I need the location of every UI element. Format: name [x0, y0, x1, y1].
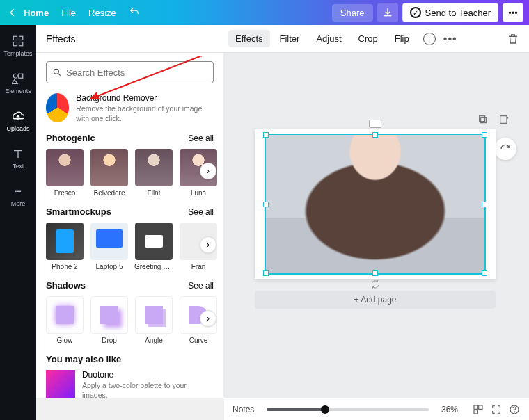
rail-uploads-label: Uploads [6, 125, 29, 132]
more-options-button[interactable]: ••• [444, 33, 457, 45]
search-input[interactable] [66, 67, 207, 78]
svg-rect-2 [13, 42, 17, 46]
fullscreen-icon[interactable] [490, 403, 503, 416]
zoom-knob[interactable] [321, 405, 329, 414]
bgremove-title: Background Remover [76, 93, 214, 103]
effect-flint[interactable]: Flint [135, 149, 173, 197]
send-label: Send to Teacher [425, 8, 491, 18]
top-bar: Home File Resize Share ✓ Send to Teacher… [0, 0, 529, 25]
send-to-teacher-button[interactable]: ✓ Send to Teacher [402, 3, 498, 22]
check-circle-icon: ✓ [410, 7, 421, 18]
new-page-icon[interactable] [497, 113, 511, 127]
notes-button[interactable]: Notes [232, 405, 254, 414]
bgremove-desc: Remove the background of your image with… [76, 104, 214, 123]
section-photogenic: Photogenic See all Fresco Belvedere Flin… [46, 133, 214, 197]
resize-handle-bm[interactable] [372, 270, 378, 276]
rail-more[interactable]: ••• More [0, 182, 36, 210]
uploads-icon [12, 110, 24, 122]
back-button[interactable] [6, 6, 19, 19]
panel-title: Effects [36, 33, 224, 45]
undo-button[interactable] [129, 6, 140, 19]
refresh-button[interactable] [494, 138, 516, 160]
info-icon[interactable]: i [423, 33, 436, 45]
design-page[interactable] [255, 129, 496, 279]
share-button[interactable]: Share [332, 4, 373, 22]
svg-rect-11 [500, 116, 507, 124]
effect-belvedere[interactable]: Belvedere [90, 149, 128, 197]
top-more-button[interactable]: ••• [503, 3, 523, 22]
resize-handle-br[interactable] [482, 270, 487, 276]
top-nav: Home File Resize [24, 6, 140, 19]
nav-file[interactable]: File [61, 8, 76, 18]
svg-rect-13 [479, 405, 482, 409]
delete-button[interactable] [507, 33, 519, 45]
selected-image[interactable] [264, 134, 486, 275]
rail-text-label: Text [13, 163, 24, 170]
resize-handle-bl[interactable] [263, 270, 269, 276]
svg-point-16 [514, 411, 514, 412]
svg-rect-5 [19, 74, 23, 78]
page-icons [476, 113, 511, 127]
shadow-angle[interactable]: Angle [135, 296, 173, 344]
duplicate-page-icon[interactable] [476, 113, 490, 127]
background-remover[interactable]: Background Remover Remove the background… [46, 93, 214, 123]
svg-marker-6 [12, 80, 17, 84]
tab-effects[interactable]: Effects [228, 30, 270, 47]
bottom-bar: Notes 36% [224, 398, 529, 420]
help-icon[interactable] [508, 403, 521, 416]
image-tool-icons: i ••• [423, 33, 457, 45]
zoom-value[interactable]: 36% [441, 405, 458, 414]
mockup-greeting[interactable]: Greeting car... [135, 223, 173, 270]
svg-rect-1 [19, 36, 23, 40]
download-button[interactable] [377, 3, 398, 22]
rotate-handle[interactable] [369, 120, 381, 128]
canvas-area: + Add page [224, 53, 529, 398]
effect-duotone[interactable]: Duotone Apply a two-color palette to you… [46, 370, 214, 398]
mockup-laptop5[interactable]: Laptop 5 [90, 223, 128, 270]
resize-handle-tr[interactable] [482, 132, 487, 138]
rail-templates[interactable]: Templates [0, 32, 36, 60]
svg-rect-9 [481, 118, 487, 123]
rail-elements[interactable]: Elements [0, 70, 36, 97]
shadow-glow[interactable]: Glow [46, 296, 84, 344]
photogenic-title: Photogenic [46, 133, 95, 143]
section-shadows: Shadows See all Glow Drop Angle Curve › [46, 280, 214, 344]
tab-filter[interactable]: Filter [273, 30, 307, 47]
tab-crop[interactable]: Crop [352, 30, 385, 47]
nav-home[interactable]: Home [24, 8, 49, 18]
shadow-drop[interactable]: Drop [90, 296, 128, 344]
image-toolbar: Effects Effects Filter Adjust Crop Flip … [36, 25, 529, 53]
svg-rect-12 [474, 405, 477, 409]
resize-handle-mr[interactable] [482, 202, 487, 207]
nav-resize[interactable]: Resize [88, 8, 116, 18]
zoom-slider[interactable] [267, 408, 429, 411]
tab-adjust[interactable]: Adjust [309, 30, 348, 47]
rail-uploads[interactable]: Uploads [0, 107, 36, 135]
templates-icon [12, 35, 24, 47]
effects-panel: Background Remover Remove the background… [36, 53, 224, 398]
fit-view-icon[interactable] [472, 403, 484, 416]
mockup-phone2[interactable]: Phone 2 [46, 223, 84, 270]
resize-handle-ml[interactable] [263, 202, 269, 207]
resize-handle-tm[interactable] [372, 132, 378, 138]
smartmockups-title: Smartmockups [46, 207, 111, 217]
text-icon [12, 147, 24, 160]
effect-fresco[interactable]: Fresco [46, 149, 84, 197]
svg-point-7 [54, 69, 58, 74]
svg-point-4 [13, 74, 17, 78]
search-effects[interactable] [46, 61, 214, 83]
shadows-seeall[interactable]: See all [188, 281, 214, 291]
rail-text[interactable]: Text [0, 145, 36, 172]
photogenic-seeall[interactable]: See all [188, 134, 214, 143]
bgremove-thumb [46, 93, 69, 122]
add-page-button[interactable]: + Add page [255, 291, 496, 309]
duotone-thumb [46, 370, 75, 398]
svg-rect-3 [19, 42, 23, 46]
tab-flip[interactable]: Flip [388, 30, 416, 47]
svg-rect-0 [13, 36, 17, 40]
section-also: You may also like Duotone Apply a two-co… [46, 354, 214, 398]
rail-more-label: More [11, 200, 26, 207]
smartmockups-seeall[interactable]: See all [188, 207, 214, 217]
resize-handle-tl[interactable] [263, 132, 269, 138]
image-tabs: Effects Filter Adjust Crop Flip [224, 30, 416, 47]
